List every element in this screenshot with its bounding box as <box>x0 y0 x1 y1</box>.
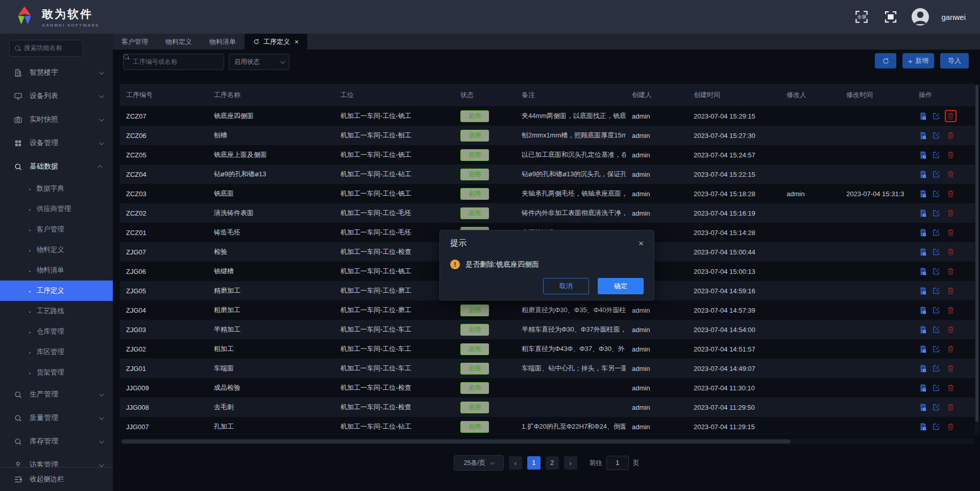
delete-icon-wrap[interactable] <box>945 110 957 122</box>
goto-page-input[interactable] <box>606 456 629 470</box>
edit-icon[interactable] <box>932 306 940 314</box>
view-details-icon[interactable] <box>919 306 927 315</box>
sidebar-item[interactable]: 智慧楼宇 <box>0 61 113 84</box>
sidebar-item[interactable]: · 客户管理 <box>0 219 113 240</box>
view-details-icon[interactable] <box>919 131 927 140</box>
view-details-icon[interactable] <box>919 228 927 237</box>
tab[interactable]: 工序定义 × <box>244 34 307 50</box>
sidebar-item[interactable]: 质量管理 <box>0 406 113 430</box>
view-details-icon[interactable] <box>919 403 927 412</box>
delete-icon[interactable] <box>947 248 954 256</box>
delete-icon[interactable] <box>947 345 954 353</box>
delete-icon[interactable] <box>947 267 954 275</box>
delete-icon[interactable] <box>947 190 954 198</box>
sidebar-item[interactable]: 基础数据 <box>0 155 113 178</box>
delete-icon[interactable] <box>947 306 954 314</box>
delete-icon-wrap[interactable] <box>945 401 957 413</box>
close-icon[interactable]: × <box>295 38 299 46</box>
screenshot-icon[interactable] <box>882 9 899 25</box>
edit-icon[interactable] <box>932 325 940 334</box>
view-details-icon[interactable] <box>919 423 927 431</box>
edit-icon[interactable] <box>932 364 940 372</box>
delete-icon[interactable] <box>947 403 954 411</box>
edit-icon[interactable] <box>932 209 940 217</box>
sidebar-item[interactable]: 设备管理 <box>0 131 113 155</box>
delete-icon[interactable] <box>947 209 954 217</box>
delete-icon-wrap[interactable] <box>945 420 957 433</box>
view-details-icon[interactable] <box>919 170 927 179</box>
delete-icon[interactable] <box>947 112 954 120</box>
cancel-button[interactable]: 取消 <box>543 278 589 294</box>
add-button[interactable]: + 新增 <box>902 53 934 68</box>
sidebar-item[interactable]: 设备列表 <box>0 84 113 108</box>
collapse-sidebar-button[interactable]: 收起侧边栏 <box>0 467 113 491</box>
delete-icon-wrap[interactable] <box>945 226 957 239</box>
edit-icon[interactable] <box>932 384 940 392</box>
username[interactable]: ganwei <box>941 13 966 21</box>
sidebar-item[interactable]: 库存管理 <box>0 430 113 453</box>
edit-icon[interactable] <box>932 403 940 411</box>
edit-icon[interactable] <box>932 267 940 275</box>
view-details-icon[interactable] <box>919 345 927 354</box>
view-details-icon[interactable] <box>919 287 927 295</box>
view-details-icon[interactable] <box>919 325 927 334</box>
delete-icon[interactable] <box>947 384 954 392</box>
page-number-button[interactable]: 1 <box>527 456 541 470</box>
sidebar-search-input[interactable]: 搜索功能名称 <box>9 40 83 57</box>
view-details-icon[interactable] <box>919 384 927 392</box>
edit-icon[interactable] <box>932 228 940 237</box>
edit-icon[interactable] <box>932 248 940 256</box>
edit-icon[interactable] <box>932 131 940 139</box>
view-details-icon[interactable] <box>919 267 927 276</box>
process-search-input[interactable]: 工序编号或名称 <box>123 54 224 70</box>
delete-icon-wrap[interactable] <box>945 129 957 142</box>
horizontal-scrollbar-thumb[interactable] <box>122 439 791 443</box>
refresh-button[interactable] <box>875 53 896 68</box>
prev-page-button[interactable]: ‹ <box>509 456 522 470</box>
tab[interactable]: 客户管理 <box>113 34 157 50</box>
tab[interactable]: 物料清单 <box>201 34 244 50</box>
sidebar-item[interactable]: 实时快照 <box>0 108 113 131</box>
view-details-icon[interactable] <box>919 248 927 256</box>
horizontal-scrollbar[interactable] <box>120 438 975 445</box>
view-details-icon[interactable] <box>919 364 927 373</box>
edit-icon[interactable] <box>932 423 940 431</box>
sidebar-item[interactable]: · 数据字典 <box>0 178 113 199</box>
sidebar-item[interactable]: · 库区管理 <box>0 342 113 362</box>
edit-icon[interactable] <box>932 151 940 159</box>
delete-icon[interactable] <box>947 364 954 372</box>
avatar[interactable] <box>912 8 929 26</box>
confirm-button[interactable]: 确定 <box>598 278 644 294</box>
delete-icon[interactable] <box>947 131 954 139</box>
delete-icon[interactable] <box>947 151 954 159</box>
vertical-scrollbar-thumb[interactable] <box>975 85 978 422</box>
edit-icon[interactable] <box>932 287 940 295</box>
sidebar-item[interactable]: · 货架管理 <box>0 362 113 383</box>
delete-icon-wrap[interactable] <box>945 323 957 336</box>
delete-icon-wrap[interactable] <box>945 207 957 219</box>
edit-icon[interactable] <box>932 170 940 178</box>
delete-icon[interactable] <box>947 423 954 431</box>
page-number-button[interactable]: 2 <box>546 456 559 470</box>
sidebar-item[interactable]: · 仓库管理 <box>0 321 113 342</box>
delete-icon-wrap[interactable] <box>945 265 957 277</box>
delete-icon-wrap[interactable] <box>945 168 957 180</box>
sidebar-item[interactable]: · 物料清单 <box>0 260 113 280</box>
edit-icon[interactable] <box>932 190 940 198</box>
edit-icon[interactable] <box>932 345 940 353</box>
view-details-icon[interactable] <box>919 112 927 121</box>
sidebar-item[interactable]: · 工序定义 <box>0 280 113 301</box>
delete-icon-wrap[interactable] <box>945 343 957 355</box>
delete-icon-wrap[interactable] <box>945 149 957 161</box>
delete-icon[interactable] <box>947 228 954 237</box>
status-filter-select[interactable]: 启用状态 <box>229 54 289 70</box>
close-icon[interactable]: × <box>639 239 644 248</box>
next-page-button[interactable]: › <box>564 456 577 470</box>
delete-icon-wrap[interactable] <box>945 362 957 375</box>
delete-icon-wrap[interactable] <box>945 188 957 200</box>
delete-icon-wrap[interactable] <box>945 246 957 258</box>
delete-icon[interactable] <box>947 325 954 334</box>
page-size-select[interactable]: 25条/页 <box>454 455 504 471</box>
delete-icon-wrap[interactable] <box>945 382 957 394</box>
refresh-icon[interactable] <box>253 38 260 45</box>
